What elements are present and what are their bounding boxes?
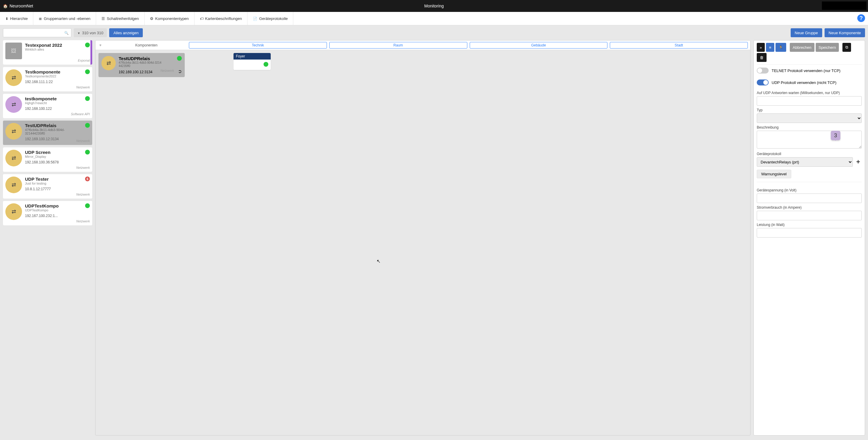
tab-schaltreihenfolgen[interactable]: Schaltreihenfolgen bbox=[96, 12, 145, 25]
new-component-button[interactable]: Neue Komponente bbox=[825, 28, 865, 37]
breadcrumb-technik[interactable]: Technik bbox=[189, 42, 327, 49]
top-nav: NeuroomNet Monitoring bbox=[0, 0, 868, 12]
card-address: 10.8.1.12:17777 bbox=[25, 187, 69, 191]
show-all-button[interactable]: Alles anzeigen bbox=[109, 28, 143, 37]
tab-gruppenarten[interactable]: Gruppenarten und -ebenen bbox=[33, 12, 96, 25]
breadcrumb-raum[interactable]: Raum bbox=[329, 42, 467, 49]
component-card[interactable]: ⇄ TestUDPRelais 47f6cb4a-3b11-4db3-904d-… bbox=[98, 53, 185, 77]
settings-view-button[interactable]: ≡ bbox=[766, 43, 774, 52]
help-button[interactable]: ? bbox=[857, 14, 865, 22]
cog-icon bbox=[150, 17, 154, 21]
save-button[interactable]: Speichern bbox=[816, 43, 839, 52]
details-panel: » ≡ 🏃 Abbrechen Speichern ⧉ 🗑 TELNET Pro… bbox=[753, 40, 865, 436]
label-spannung: Gerätespannung (in Volt) bbox=[757, 188, 862, 192]
card-type: Netzwerk bbox=[76, 139, 90, 143]
select-typ[interactable] bbox=[757, 113, 862, 123]
main: 🖼Testexponat 2022Wirklich allesExponat⇄T… bbox=[0, 40, 868, 439]
sidebar-card[interactable]: ⇄TestUDPRelais47f6cb4a-3b11-4db3-904d-32… bbox=[3, 121, 92, 145]
card-subtitle: Just for testing bbox=[25, 182, 69, 185]
card-subtitle: Wirklich alles bbox=[25, 48, 69, 51]
menu-bar: Hierarchie Gruppenarten und -ebenen Scha… bbox=[0, 12, 868, 25]
card-type: Software API bbox=[71, 112, 90, 116]
status-dot: 6 bbox=[85, 177, 90, 181]
card-icon: ⇄ bbox=[5, 96, 22, 113]
breadcrumb-gebaeude[interactable]: Gebäude bbox=[470, 42, 608, 49]
add-protokoll-button[interactable]: + bbox=[855, 158, 862, 166]
sidebar-card[interactable]: ⇄UDPTestKompoUDPTestKompo192.167.100.232… bbox=[3, 201, 92, 225]
copy-button[interactable]: ⧉ bbox=[842, 43, 851, 52]
sidebar-card[interactable]: ⇄testkomponeteHghgh7rewicht192.168.100.1… bbox=[3, 94, 92, 118]
toggle-telnet-row: TELNET Protokoll verwenden (nur TCP) bbox=[757, 65, 862, 77]
card-subtitle: Hghgh7rewicht bbox=[25, 101, 68, 105]
input-spannung[interactable] bbox=[757, 194, 862, 203]
component-sub2: 44235ff0 bbox=[119, 64, 174, 67]
sidebar: 🖼Testexponat 2022Wirklich allesExponat⇄T… bbox=[3, 40, 92, 436]
card-title: UDP Screen bbox=[25, 150, 69, 155]
toggle-telnet-label: TELNET Protokoll verwenden (nur TCP) bbox=[772, 68, 840, 73]
card-icon: ⇄ bbox=[5, 203, 22, 220]
tab-hierarchie[interactable]: Hierarchie bbox=[0, 12, 33, 25]
card-icon: ⇄ bbox=[5, 123, 22, 140]
card-subtitle: 47f6cb4a-3b11-4db3-904d-321444235ff0 bbox=[25, 128, 69, 135]
label-udp-wait: Auf UDP Antworten warten (Millisekunden,… bbox=[757, 91, 862, 95]
sidebar-card[interactable]: ⇄TestkomponenteTestkomponente2022192.168… bbox=[3, 67, 92, 91]
card-address: 192.167.100.232:1... bbox=[25, 214, 69, 218]
sidebar-card[interactable]: ⇄UDP ScreenMirror_Display192.168.100.36:… bbox=[3, 147, 92, 172]
label-beschreibung: Beschreibung bbox=[757, 125, 862, 129]
filter-icon bbox=[78, 31, 80, 35]
tab-geraeteprotokolle[interactable]: Geräteprotokolle bbox=[247, 12, 293, 25]
card-address: 192.169.100.12:3134 bbox=[25, 137, 69, 141]
room-card[interactable]: Foyer bbox=[234, 53, 271, 70]
input-udp-wait[interactable] bbox=[757, 96, 862, 106]
cancel-button[interactable]: Abbrechen bbox=[790, 43, 814, 52]
brand[interactable]: NeuroomNet bbox=[3, 4, 33, 8]
status-dot bbox=[85, 42, 90, 47]
card-subtitle: Mirror_Display bbox=[25, 155, 69, 158]
card-subtitle: UDPTestKompo bbox=[25, 208, 69, 212]
new-group-button[interactable]: Neue Gruppe bbox=[790, 28, 822, 37]
delete-button[interactable]: 🗑 bbox=[757, 53, 767, 62]
search-box[interactable] bbox=[3, 28, 71, 37]
toggle-telnet[interactable] bbox=[757, 67, 769, 74]
card-title: TestUDPRelais bbox=[25, 123, 69, 128]
toggle-udp[interactable] bbox=[757, 80, 769, 85]
login-icon[interactable]: ➲ bbox=[178, 68, 182, 74]
label-geraeteprotokoll: Geräteprotokoll bbox=[757, 152, 862, 156]
tab-komponententypen[interactable]: Komponententypen bbox=[145, 12, 194, 25]
warnungslevel-button[interactable]: Warnungslevel bbox=[757, 170, 791, 178]
list-icon bbox=[101, 17, 105, 21]
collapse-icon[interactable] bbox=[98, 43, 104, 47]
input-leistung[interactable] bbox=[757, 228, 862, 238]
sidebar-card[interactable]: 🖼Testexponat 2022Wirklich allesExponat bbox=[3, 40, 92, 65]
sidebar-card[interactable]: ⇄UDP TesterJust for testing10.8.1.12:177… bbox=[3, 174, 92, 199]
filter-button[interactable]: 310 von 310 bbox=[74, 28, 107, 37]
textarea-beschreibung[interactable] bbox=[757, 131, 862, 149]
toggle-udp-label: UDP Protokoll verwenden (nicht TCP) bbox=[772, 80, 836, 85]
toggle-udp-row: UDP Protokoll verwenden (nicht TCP) bbox=[757, 77, 862, 88]
status-dot bbox=[85, 123, 90, 128]
search-input[interactable] bbox=[6, 31, 64, 35]
cursor-icon: ↖ bbox=[377, 258, 380, 264]
status-dot bbox=[85, 69, 90, 74]
toolbar: 310 von 310 Alles anzeigen Neue Gruppe N… bbox=[0, 25, 868, 40]
card-title: Testexponat 2022 bbox=[25, 42, 69, 48]
card-type: Netzwerk bbox=[76, 193, 90, 196]
app-name: NeuroomNet bbox=[9, 4, 33, 8]
col-komponenten: Komponenten bbox=[106, 43, 187, 47]
card-title: UDP Tester bbox=[25, 177, 69, 182]
card-title: Testkomponente bbox=[25, 69, 69, 75]
card-title: UDPTestKompo bbox=[25, 203, 69, 208]
select-geraeteprotokoll[interactable]: DevantechRelays (prt) bbox=[757, 157, 853, 167]
run-view-button[interactable]: 🏃 bbox=[775, 43, 786, 52]
component-sub1: 47f6cb4a-3b11-4db3-904d-3214 bbox=[119, 61, 174, 64]
component-type: Netzwerk bbox=[160, 69, 174, 74]
sitemap-icon bbox=[5, 17, 8, 21]
center-header: Komponenten Technik Raum Gebäude Stadt bbox=[95, 40, 750, 50]
tab-kartenbeschriftungen[interactable]: Kartenbeschriftungen bbox=[194, 12, 248, 25]
user-area[interactable] bbox=[822, 1, 867, 10]
input-strom[interactable] bbox=[757, 211, 862, 220]
label-typ: Typ bbox=[757, 108, 862, 112]
collapse-panel-button[interactable]: » bbox=[757, 43, 765, 52]
breadcrumb-stadt[interactable]: Stadt bbox=[610, 42, 748, 49]
status-dot bbox=[85, 203, 90, 208]
